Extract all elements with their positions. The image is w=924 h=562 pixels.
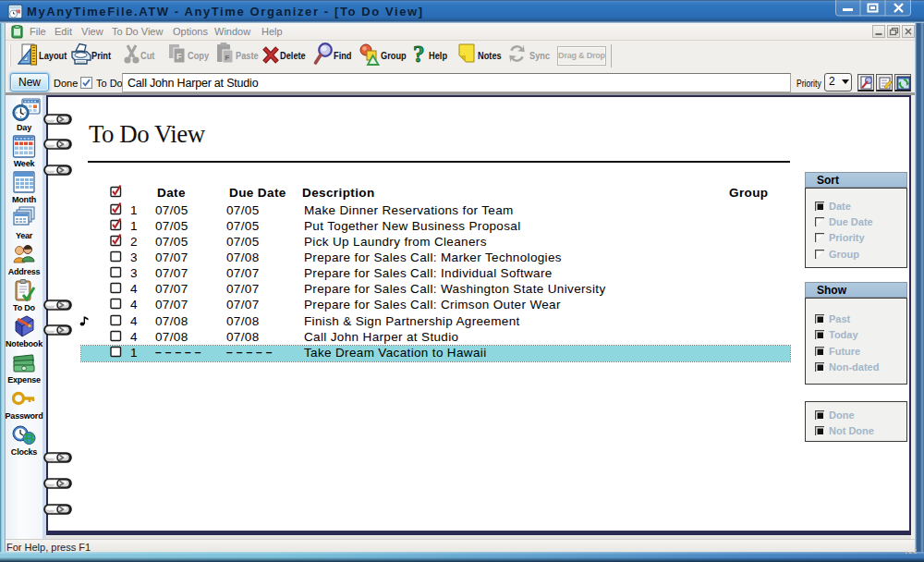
svg-text:F: F	[176, 52, 182, 61]
svg-text:F: F	[225, 54, 230, 62]
svg-text:?: ?	[413, 42, 425, 67]
